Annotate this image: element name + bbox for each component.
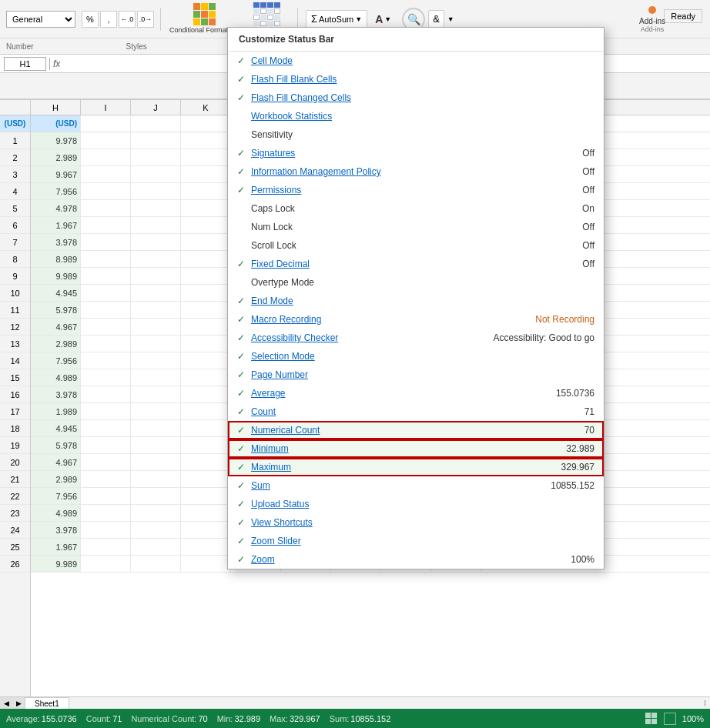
- menu-item-num_lock[interactable]: Num LockOff: [228, 218, 604, 236]
- decrease-decimal-btn[interactable]: ←.0: [119, 11, 136, 28]
- menu-item-zoom[interactable]: ✓Zoom100%: [228, 550, 604, 569]
- row-num[interactable]: 13: [0, 336, 30, 352]
- row-num[interactable]: 16: [0, 386, 30, 403]
- addins-btn[interactable]: Add-ins Add-ins: [633, 4, 671, 35]
- autosum-btn[interactable]: Σ AutoSum ▼: [306, 10, 367, 28]
- menu-item-value-num_lock: Off: [582, 222, 594, 232]
- menu-item-label-count: Count: [251, 406, 577, 417]
- col-header-h[interactable]: H: [31, 100, 81, 115]
- menu-item-selection_mode[interactable]: ✓Selection Mode: [228, 347, 604, 366]
- menu-item-numerical_count[interactable]: ✓Numerical Count70: [228, 421, 604, 439]
- row-num[interactable]: 25: [0, 539, 30, 556]
- max-value: 329.967: [290, 714, 320, 723]
- col-header-i[interactable]: I: [81, 100, 131, 115]
- grid-view-btn[interactable]: [645, 713, 658, 725]
- menu-item-info_mgmt[interactable]: ✓Information Management PolicyOff: [228, 162, 604, 181]
- row-num[interactable]: 23: [0, 505, 30, 522]
- menu-item-caps_lock[interactable]: Caps LockOn: [228, 199, 604, 218]
- menu-item-sum[interactable]: ✓Sum10855.152: [228, 476, 604, 495]
- row-num[interactable]: 22: [0, 488, 30, 505]
- menu-item-average[interactable]: ✓Average155.0736: [228, 384, 604, 402]
- menu-item-cell_mode[interactable]: ✓Cell Mode: [228, 52, 604, 70]
- menu-item-upload_status[interactable]: ✓Upload Status: [228, 495, 604, 513]
- zoom-value: 100%: [682, 714, 704, 723]
- col-header-k[interactable]: K: [181, 100, 231, 115]
- menu-item-flash_fill_blank[interactable]: ✓Flash Fill Blank Cells: [228, 70, 604, 88]
- menu-item-sensitivity[interactable]: Sensitivity: [228, 125, 604, 144]
- menu-item-permissions[interactable]: ✓PermissionsOff: [228, 181, 604, 199]
- col-header-j[interactable]: J: [131, 100, 181, 115]
- row-num[interactable]: 4: [0, 183, 30, 200]
- menu-item-flash_fill_changed[interactable]: ✓Flash Fill Changed Cells: [228, 88, 604, 107]
- menu-item-zoom_slider[interactable]: ✓Zoom Slider: [228, 532, 604, 550]
- name-box[interactable]: [4, 57, 46, 71]
- merge-btn[interactable]: &: [428, 10, 444, 28]
- row-num[interactable]: 26: [0, 556, 30, 573]
- max-label: Max:: [270, 714, 288, 723]
- menu-item-value-zoom: 100%: [571, 554, 594, 565]
- menu-item-value-minimum: 32.989: [566, 443, 594, 454]
- addins-section-label: Add-ins: [641, 25, 665, 33]
- menu-item-value-macro_recording: Not Recording: [535, 314, 594, 325]
- menu-item-fixed_decimal[interactable]: ✓Fixed DecimalOff: [228, 255, 604, 273]
- row-num[interactable]: 10: [0, 285, 30, 302]
- row-num[interactable]: 7: [0, 234, 30, 251]
- row-header-spacer: [0, 100, 31, 115]
- row-num[interactable]: 3: [0, 166, 30, 183]
- menu-item-label-scroll_lock: Scroll Lock: [251, 240, 574, 251]
- increase-decimal-btn[interactable]: .0→: [137, 11, 154, 28]
- row-num[interactable]: 15: [0, 369, 30, 386]
- row-num[interactable]: 9: [0, 268, 30, 285]
- row-num[interactable]: 14: [0, 352, 30, 369]
- check-mark-icon: ✓: [237, 536, 250, 546]
- row-num[interactable]: 2: [0, 149, 30, 166]
- menu-item-macro_recording[interactable]: ✓Macro RecordingNot Recording: [228, 310, 604, 329]
- menu-item-label-sum: Sum: [251, 480, 543, 491]
- menu-item-signatures[interactable]: ✓SignaturesOff: [228, 144, 604, 162]
- row-num[interactable]: 19: [0, 437, 30, 454]
- row-num[interactable]: 18: [0, 420, 30, 437]
- row-num[interactable]: 20: [0, 454, 30, 471]
- scroll-left-btn[interactable]: ◀: [0, 697, 12, 710]
- check-mark-icon: ✓: [237, 259, 250, 269]
- menu-item-view_shortcuts[interactable]: ✓View Shortcuts: [228, 513, 604, 532]
- font-selector[interactable]: General: [6, 11, 75, 28]
- scroll-right-btn[interactable]: ▶: [12, 697, 25, 710]
- row-num[interactable]: 12: [0, 319, 30, 336]
- menu-item-label-fixed_decimal: Fixed Decimal: [251, 259, 574, 269]
- row-num[interactable]: 21: [0, 471, 30, 488]
- sum-value: 10855.152: [350, 714, 390, 723]
- row-num[interactable]: 11: [0, 302, 30, 319]
- row-num[interactable]: 8: [0, 251, 30, 268]
- menu-item-scroll_lock[interactable]: Scroll LockOff: [228, 236, 604, 255]
- row-num[interactable]: 24: [0, 522, 30, 539]
- row-num[interactable]: 6: [0, 217, 30, 234]
- status-bar: Average: 155.0736 Count: 71 Numerical Co…: [0, 709, 710, 728]
- row-num[interactable]: 1: [0, 132, 30, 149]
- check-mark-icon: ✓: [237, 462, 250, 473]
- percent-btn[interactable]: %: [82, 11, 99, 28]
- menu-item-workbook_stats[interactable]: Workbook Statistics: [228, 107, 604, 125]
- menu-item-label-num_lock: Num Lock: [251, 222, 574, 232]
- menu-item-label-overtype_mode: Overtype Mode: [251, 277, 594, 288]
- styles-section-label: Styles: [126, 42, 147, 51]
- row-num[interactable]: 5: [0, 200, 30, 217]
- font-color-btn[interactable]: A ▼: [370, 11, 396, 28]
- comma-btn[interactable]: ,: [100, 11, 117, 28]
- menu-item-end_mode[interactable]: ✓End Mode: [228, 292, 604, 310]
- menu-item-label-zoom_slider: Zoom Slider: [251, 536, 594, 546]
- menu-item-accessibility[interactable]: ✓Accessibility CheckerAccessibility: Goo…: [228, 329, 604, 347]
- menu-item-label-caps_lock: Caps Lock: [251, 203, 574, 214]
- menu-item-value-caps_lock: On: [582, 203, 594, 214]
- menu-item-maximum[interactable]: ✓Maximum329.967: [228, 458, 604, 476]
- menu-item-label-upload_status: Upload Status: [251, 499, 594, 509]
- sheet-tab[interactable]: Sheet1: [25, 697, 69, 710]
- menu-item-count[interactable]: ✓Count71: [228, 402, 604, 421]
- page-layout-btn[interactable]: [664, 713, 676, 725]
- menu-item-minimum[interactable]: ✓Minimum32.989: [228, 439, 604, 458]
- menu-item-overtype_mode[interactable]: Overtype Mode: [228, 273, 604, 292]
- menu-item-page_number[interactable]: ✓Page Number: [228, 366, 604, 384]
- menu-item-label-signatures: Signatures: [251, 148, 574, 159]
- check-mark-icon: ✓: [237, 517, 250, 528]
- row-num[interactable]: 17: [0, 403, 30, 420]
